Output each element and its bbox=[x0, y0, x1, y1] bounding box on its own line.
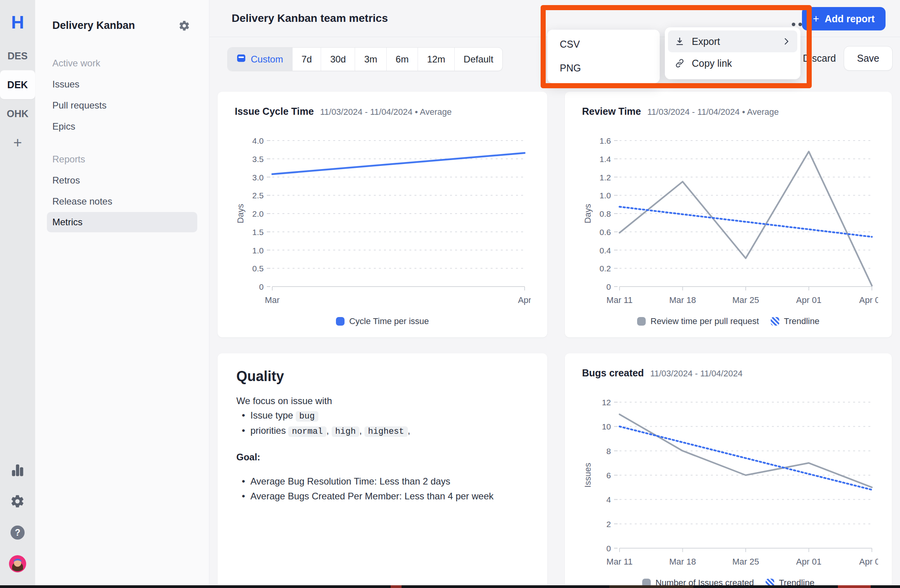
svg-text:Apr 08: Apr 08 bbox=[859, 295, 878, 305]
time-tab-7d[interactable]: 7d bbox=[292, 48, 321, 71]
tab-label: 12m bbox=[427, 54, 445, 65]
svg-text:Issues: Issues bbox=[583, 463, 593, 488]
team-des[interactable]: DES bbox=[0, 41, 35, 70]
svg-text:0: 0 bbox=[606, 282, 611, 291]
chart-title: Bugs created bbox=[582, 367, 644, 379]
trendline-swatch-icon bbox=[771, 317, 779, 326]
team-dek[interactable]: DEK bbox=[0, 70, 35, 99]
menu-item-label: Copy link bbox=[692, 58, 732, 69]
page-title: Delivery Kanban team metrics bbox=[232, 0, 388, 36]
svg-text:2.0: 2.0 bbox=[252, 209, 264, 218]
bugs-created-chart: Issues121086420Mar 11Mar 18Mar 25Apr 01A… bbox=[581, 397, 878, 572]
sidebar-item-release-notes[interactable]: Release notes bbox=[35, 191, 209, 212]
svg-text:0.2: 0.2 bbox=[600, 264, 611, 273]
chart-title: Issue Cycle Time bbox=[235, 106, 314, 117]
menu-item-copy-link[interactable]: Copy link bbox=[668, 52, 797, 74]
chart-subtitle: 11/03/2024 - 11/04/2024 • Average bbox=[320, 107, 452, 117]
chart-title: Review Time bbox=[582, 106, 641, 117]
discard-button[interactable]: Discard bbox=[803, 46, 836, 70]
menu-item-label: Export bbox=[692, 36, 720, 47]
avatar[interactable] bbox=[9, 555, 26, 572]
chart-legend: Cycle Time per issue bbox=[234, 316, 531, 326]
svg-text:Mar 11: Mar 11 bbox=[607, 557, 633, 567]
svg-text:1.4: 1.4 bbox=[600, 155, 611, 164]
tab-label: Custom bbox=[251, 54, 283, 65]
insights-icon[interactable] bbox=[9, 461, 26, 479]
sidebar-item-pull-requests[interactable]: Pull requests bbox=[35, 95, 209, 116]
review-time-card: Review Time 11/03/2024 - 11/04/2024 • Av… bbox=[565, 92, 892, 337]
svg-text:8: 8 bbox=[606, 447, 611, 456]
sidebar-item-epics[interactable]: Epics bbox=[35, 116, 209, 137]
quality-title: Quality bbox=[236, 368, 529, 385]
chart-subtitle: 11/03/2024 - 11/04/2024 bbox=[650, 369, 743, 379]
add-team-button[interactable]: + bbox=[0, 128, 35, 157]
add-report-button[interactable]: + Add report bbox=[802, 7, 886, 30]
help-icon[interactable]: ? bbox=[9, 524, 26, 541]
time-tab-default[interactable]: Default bbox=[454, 48, 502, 71]
tab-label: Default bbox=[464, 54, 493, 65]
series-swatch-icon bbox=[637, 317, 646, 326]
svg-text:2.5: 2.5 bbox=[252, 191, 264, 200]
quality-bullet: Issue type bug bbox=[240, 409, 529, 422]
calendar-icon bbox=[237, 53, 246, 65]
svg-text:1.5: 1.5 bbox=[252, 228, 264, 237]
svg-text:Mar: Mar bbox=[265, 295, 280, 305]
team-settings-gear-icon[interactable] bbox=[179, 20, 190, 32]
svg-text:Mar 11: Mar 11 bbox=[607, 295, 633, 305]
app-logo[interactable]: H bbox=[11, 13, 24, 31]
time-tab-12m[interactable]: 12m bbox=[418, 48, 454, 71]
svg-text:1.0: 1.0 bbox=[252, 246, 264, 255]
legend-label: Review time per pull request bbox=[650, 316, 759, 326]
quality-card: Quality We focus on issue with Issue typ… bbox=[218, 353, 547, 588]
chevron-right-icon bbox=[782, 37, 791, 46]
bottom-screen-strip bbox=[0, 585, 900, 588]
quality-intro: We focus on issue with bbox=[236, 395, 529, 407]
legend-item: Trendline bbox=[771, 316, 820, 326]
time-tab-custom[interactable]: Custom bbox=[228, 48, 292, 71]
sidebar-nav: Active workIssuesPull requestsEpicsRepor… bbox=[35, 53, 209, 232]
legend-item: Cycle Time per issue bbox=[336, 316, 429, 326]
time-tab-6m[interactable]: 6m bbox=[386, 48, 418, 71]
rail-tools: ? bbox=[9, 461, 26, 572]
issue-cycle-time-chart: Days4.03.53.02.52.01.51.00.50MarApr bbox=[234, 135, 531, 311]
time-tab-3m[interactable]: 3m bbox=[355, 48, 386, 71]
svg-text:10: 10 bbox=[602, 422, 611, 431]
svg-text:4: 4 bbox=[606, 495, 611, 504]
svg-text:0: 0 bbox=[606, 544, 611, 553]
svg-text:Mar 18: Mar 18 bbox=[669, 295, 696, 305]
export-submenu: CSVPNG bbox=[547, 30, 660, 83]
issue-cycle-time-card: Issue Cycle Time 11/03/2024 - 11/04/2024… bbox=[218, 92, 547, 337]
context-menu: ExportCopy link bbox=[665, 27, 800, 79]
team-name: Delivery Kanban bbox=[52, 20, 135, 32]
quality-goal-bullet: Average Bug Resolution Time: Less than 2… bbox=[240, 475, 529, 488]
legend-label: Trendline bbox=[784, 316, 820, 326]
quality-bullet: priorities normal, high, highest, bbox=[240, 424, 529, 438]
plus-icon: + bbox=[813, 13, 819, 24]
svg-text:Days: Days bbox=[583, 204, 593, 223]
team-ohk[interactable]: OHK bbox=[0, 99, 35, 128]
sidebar-item-retros[interactable]: Retros bbox=[35, 170, 209, 191]
svg-text:3.5: 3.5 bbox=[252, 155, 264, 164]
menu-item-export[interactable]: Export bbox=[668, 30, 797, 52]
submenu-item-csv[interactable]: CSV bbox=[547, 32, 660, 56]
svg-text:0.5: 0.5 bbox=[252, 264, 264, 273]
settings-icon[interactable] bbox=[9, 493, 26, 510]
quality-goal-list: Average Bug Resolution Time: Less than 2… bbox=[240, 475, 529, 502]
main-content: Delivery Kanban team metrics + Add repor… bbox=[209, 0, 900, 588]
tab-label: 30d bbox=[330, 54, 346, 65]
sidebar-item-metrics[interactable]: Metrics bbox=[47, 212, 197, 232]
svg-text:2: 2 bbox=[606, 520, 611, 529]
save-button[interactable]: Save bbox=[844, 46, 893, 71]
svg-text:0.6: 0.6 bbox=[600, 228, 611, 237]
time-range-tabs: Custom7d30d3m6m12mDefault bbox=[227, 47, 503, 71]
svg-text:Mar 25: Mar 25 bbox=[732, 557, 759, 567]
svg-text:Apr 01: Apr 01 bbox=[796, 295, 821, 305]
review-time-chart: Days1.61.41.21.00.80.60.40.20Mar 11Mar 1… bbox=[581, 135, 878, 311]
download-icon bbox=[674, 36, 685, 46]
legend-label: Cycle Time per issue bbox=[349, 316, 429, 326]
chart-subtitle: 11/03/2024 - 11/04/2024 • Average bbox=[647, 107, 779, 117]
submenu-item-png[interactable]: PNG bbox=[547, 56, 660, 80]
time-tab-30d[interactable]: 30d bbox=[321, 48, 355, 71]
sidebar-item-issues[interactable]: Issues bbox=[35, 74, 209, 95]
bugs-created-card: Bugs created 11/03/2024 - 11/04/2024 Iss… bbox=[565, 353, 892, 588]
